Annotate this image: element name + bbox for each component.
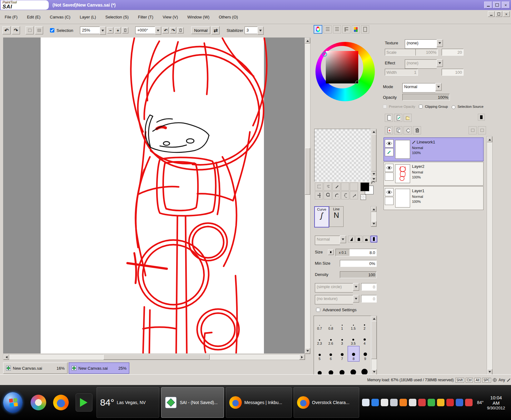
taskbar-item-sai[interactable]: SAI - (Not Saved)...	[161, 387, 224, 418]
menu-others[interactable]: Others (O)	[214, 13, 243, 21]
tab-line[interactable]: Line N	[329, 206, 344, 227]
title-bar[interactable]: PaintTool SAI (Not Saved)New Canvas.sai …	[0, 0, 511, 10]
brush-size-cell[interactable]: 4	[359, 331, 370, 346]
layer-thumbnail[interactable]	[395, 140, 410, 159]
tab-curve[interactable]: Curve ʃ	[314, 206, 329, 228]
zoom-in-button[interactable]: +	[115, 27, 121, 33]
brush-texture-dropdown[interactable]	[353, 295, 359, 302]
brush-size-cell[interactable]	[336, 362, 348, 375]
foreground-color-swatch[interactable]	[360, 182, 369, 191]
tray-icon-12[interactable]	[465, 399, 473, 406]
color-wheel-toggle-button[interactable]	[314, 25, 322, 34]
brush-shape-square-button[interactable]	[370, 236, 377, 242]
hand-tool[interactable]	[341, 191, 349, 199]
brush-size-cell[interactable]: 7	[336, 346, 348, 361]
tool-list-scrollbar[interactable]	[371, 206, 377, 227]
brush-size-cell[interactable]: 2.6	[325, 331, 336, 346]
brush-blend-combo[interactable]: Normal	[315, 236, 346, 243]
brush-shape-dropdown[interactable]	[353, 283, 359, 291]
menu-edit[interactable]: Edit (E)	[22, 13, 45, 21]
rotate-cw-button[interactable]: ↷	[170, 27, 176, 33]
doc-tab-2-active[interactable]: New Canvas.sai 25%	[69, 362, 129, 374]
effect-dropdown[interactable]	[437, 59, 443, 67]
tray-icon-7[interactable]	[418, 399, 426, 406]
brush-blend-dropdown[interactable]	[340, 236, 346, 243]
menu-file[interactable]: File (F)	[0, 13, 22, 21]
min-size-slider[interactable]: 0%	[340, 260, 377, 267]
delete-layer-button[interactable]	[413, 126, 421, 134]
menu-window[interactable]: Window (W)	[183, 13, 214, 21]
brush-texture-strength[interactable]: 0	[361, 295, 377, 302]
menu-selection[interactable]: Selection (S)	[101, 13, 133, 21]
menu-canvas[interactable]: Canvas (C)	[45, 13, 75, 21]
invert-selection-button[interactable]	[35, 26, 43, 34]
layer-thumbnail[interactable]	[395, 189, 410, 208]
rotate-tool[interactable]	[332, 191, 340, 199]
scroll-left-button[interactable]	[3, 354, 9, 360]
layer-mode-dropdown[interactable]	[435, 83, 442, 91]
new-layer-set-button[interactable]	[404, 114, 412, 122]
scroll-up-button[interactable]	[487, 137, 492, 142]
zoom-tool[interactable]	[324, 191, 332, 199]
brush-size-cell[interactable]: 2	[359, 316, 370, 331]
layer-thumbnail[interactable]	[395, 164, 410, 183]
rgb-sliders-button[interactable]	[324, 25, 332, 33]
scratchpad-button[interactable]	[361, 25, 369, 33]
new-layer-button[interactable]	[385, 114, 393, 122]
canvas-vertical-scrollbar[interactable]	[305, 38, 310, 354]
brush-shape-combo[interactable]: (simple circle)	[315, 283, 359, 291]
selection-checkbox[interactable]	[50, 28, 54, 32]
close-button[interactable]: ×	[502, 2, 510, 8]
brush-size-cell[interactable]: 3	[336, 331, 348, 346]
doc-tab-1[interactable]: New Canvas.sai 16%	[3, 362, 67, 374]
tray-icon-10[interactable]	[446, 399, 454, 406]
canvas-drawing[interactable]	[3, 38, 305, 353]
brush-size-cell[interactable]	[314, 362, 325, 375]
layer-item-layer2[interactable]: Layer2 Normal 100%	[384, 162, 484, 186]
scroll-up-button[interactable]	[305, 38, 310, 43]
navigator-preview[interactable]	[314, 129, 371, 182]
start-button[interactable]	[3, 392, 22, 413]
scroll-right-button[interactable]	[299, 354, 305, 360]
opacity-slider[interactable]: 100%	[402, 94, 450, 101]
transfer-down-button[interactable]	[385, 126, 393, 134]
move-tool[interactable]	[315, 191, 323, 199]
layer-visibility-toggle[interactable]	[385, 164, 394, 172]
tray-icon-6[interactable]	[409, 399, 416, 406]
maximize-button[interactable]	[493, 2, 501, 8]
layer-item-linework1[interactable]: Linework1 Normal 100%	[384, 138, 484, 161]
zoom-combo[interactable]: 25%	[80, 27, 106, 34]
lasso-tool[interactable]	[324, 182, 332, 191]
swatches-list-button[interactable]	[342, 25, 350, 33]
child-close-button[interactable]: ×	[503, 11, 510, 17]
menu-layer[interactable]: Layer (L)	[75, 13, 101, 21]
new-linework-layer-button[interactable]	[394, 114, 402, 122]
zoom-dropdown-button[interactable]	[100, 27, 106, 35]
child-minimize-button[interactable]	[488, 11, 495, 17]
canvas-viewport[interactable]	[3, 38, 305, 353]
tray-icon-5[interactable]	[399, 399, 407, 406]
swap-colors-icon[interactable]	[371, 181, 375, 185]
brush-size-cell[interactable]: 1.5	[348, 316, 359, 331]
brush-size-cell[interactable]	[348, 362, 359, 375]
menu-filter[interactable]: Filter (T)	[133, 13, 158, 21]
scroll-up-button[interactable]	[371, 316, 377, 321]
layer-visibility-toggle[interactable]	[385, 188, 394, 196]
brush-size-cell[interactable]: 2.3	[314, 331, 325, 346]
scroll-down-button[interactable]	[371, 369, 377, 375]
horizontal-scroll-thumb[interactable]	[103, 354, 210, 360]
magic-wand-tool[interactable]	[332, 182, 340, 191]
zoom-out-button[interactable]: −	[107, 27, 113, 33]
tray-icon-3[interactable]	[381, 399, 388, 406]
density-slider[interactable]: 100	[340, 271, 377, 278]
effect-combo[interactable]: (none)	[405, 59, 443, 67]
taskbar-item-overstock[interactable]: Overstock Cleara...	[294, 387, 359, 418]
panel-toggle-button[interactable]	[478, 114, 485, 121]
tray-icon-9[interactable]	[437, 399, 444, 406]
scroll-down-button[interactable]	[305, 348, 310, 354]
brush-shape-triangle-button[interactable]	[348, 236, 355, 242]
menu-view[interactable]: View (V)	[158, 13, 183, 21]
taskbar-clock[interactable]: 10:04 AM 9/30/2012	[487, 395, 505, 410]
flip-horizontal-button[interactable]: ⇄	[211, 26, 220, 34]
size-slider[interactable]: x 0.1 8.0	[335, 249, 377, 256]
